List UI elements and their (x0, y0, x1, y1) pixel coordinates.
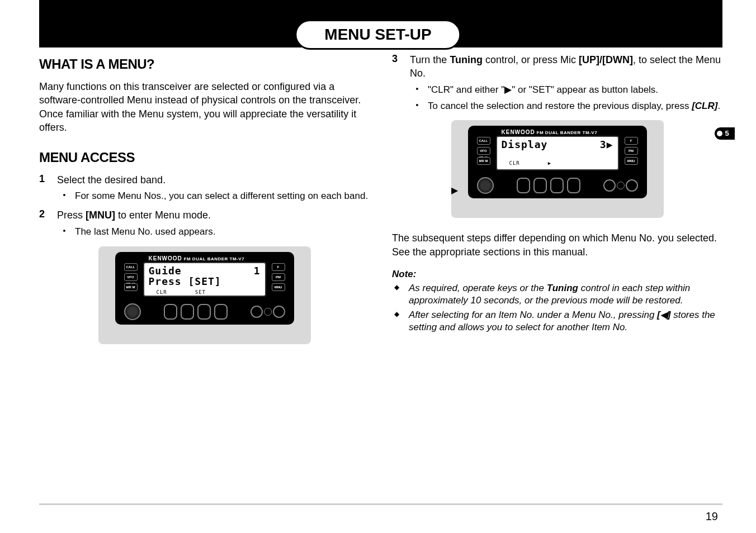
btn-mnu: MNU (272, 283, 285, 291)
btn-pm: PM (272, 273, 285, 281)
btn-f: F (625, 137, 638, 145)
lcd-bottom-labels: CLR ▶ (502, 160, 613, 166)
mid-btn (164, 304, 177, 320)
diamond-icon: ◆ (394, 282, 402, 307)
step-1: 1 Select the desired band. • For some Me… (39, 173, 370, 203)
mid-btn (197, 304, 211, 320)
bullet-icon: • (414, 84, 420, 97)
model-text: FM DUAL BANDER TM-V7 (184, 256, 245, 261)
lcd-right: 1 (254, 265, 261, 277)
key-up-dwn: [UP]/[DWN] (579, 54, 633, 65)
step-body: Turn the Tuning control, or press Mic [U… (410, 53, 722, 112)
note-pre: After selecting for an Item No. under a … (409, 310, 657, 320)
bullet-icon: • (62, 226, 67, 239)
lcd-line-1: Display 3▶ (502, 139, 613, 150)
knob-pair (603, 179, 638, 192)
radio-brand-label: KENWOOD FM DUAL BANDER TM-V7 (149, 255, 245, 261)
radio-brand-label: KENWOOD FM DUAL BANDER TM-V7 (502, 129, 598, 135)
lcd-set: ▶ (548, 160, 551, 166)
radio-figure-2: ▶ KENWOOD FM DUAL BANDER TM-V7 CALL VFO … (451, 120, 664, 218)
btn-mr: MR M (124, 283, 138, 291)
btn-call: CALL (477, 137, 490, 145)
mid-btn (550, 178, 564, 193)
step-text-mid: control, or press Mic (483, 54, 579, 65)
mid-btn (214, 304, 228, 320)
knob-row (477, 176, 638, 195)
page-number: 19 (706, 510, 718, 523)
note-bold: [◀] (657, 310, 670, 320)
btn-mr: MR M (477, 157, 490, 165)
lcd-screen: Display 3▶ CLR ▶ (496, 136, 619, 170)
note-1: ◆ As required, operate keys or the Tunin… (394, 282, 722, 307)
bullet-pre: To cancel the selection and restore the … (428, 101, 692, 111)
left-column: WHAT IS A MENU? Many functions on this t… (39, 53, 370, 358)
mid-buttons (517, 178, 580, 193)
note-2: ◆ After selecting for an Item No. under … (394, 309, 722, 334)
mid-btn (533, 178, 547, 193)
btn-call: CALL (124, 263, 138, 271)
radio-device: KENWOOD FM DUAL BANDER TM-V7 CALL VFO M▶… (115, 252, 294, 325)
tuning-word: Tuning (450, 54, 483, 65)
subsequent-paragraph: The subsequent steps differ depending on… (392, 231, 722, 259)
note-pre: As required, operate keys or the (409, 283, 547, 293)
bullet-icon: • (62, 190, 67, 203)
note-heading: Note: (392, 269, 722, 280)
note-text: After selecting for an Item No. under a … (409, 309, 722, 334)
knob-row (124, 302, 285, 321)
heading-menu-access: MENU ACCESS (39, 150, 370, 165)
model-text: FM DUAL BANDER TM-V7 (537, 130, 598, 135)
knob-vol (251, 306, 263, 318)
key-clr: [CLR] (692, 101, 717, 111)
step-number: 2 (39, 208, 48, 238)
diamond-icon: ◆ (394, 309, 402, 334)
step-body: Press [MNU] to enter Menu mode. • The la… (57, 208, 370, 238)
lcd-right: 3▶ (600, 139, 613, 150)
step-text-post: to enter Menu mode. (115, 210, 211, 221)
bullet-text: For some Menu Nos., you can select a dif… (75, 190, 370, 203)
lcd-clr: CLR (509, 160, 520, 166)
step-text-pre: Turn the (410, 54, 450, 65)
key-mnu: [MNU] (86, 210, 115, 221)
bullet-text: To cancel the selection and restore the … (428, 100, 722, 113)
page-title: MENU SET-UP (324, 26, 431, 43)
btn-mnu: MNU (625, 157, 638, 165)
lcd-left: Display (502, 139, 548, 150)
step-3: 3 Turn the Tuning control, or press Mic … (392, 53, 722, 112)
lcd-spacer (502, 150, 613, 158)
lcd-set: SET (195, 289, 206, 295)
content-area: WHAT IS A MENU? Many functions on this t… (39, 53, 722, 358)
lcd-left: Guide (149, 265, 182, 277)
heading-what-is-menu: WHAT IS A MENU? (39, 56, 370, 72)
page-title-pill: MENU SET-UP (295, 20, 461, 50)
intro-paragraph: Many functions on this transceiver are s… (39, 80, 370, 134)
knob-sql (626, 179, 638, 192)
lcd-line2-text: Press [SET] (149, 276, 221, 287)
step-body: Select the desired band. • For some Menu… (57, 173, 370, 203)
step-3-bullet-2: • To cancel the selection and restore th… (414, 100, 722, 113)
knob-sql-small (264, 308, 272, 316)
step-2: 2 Press [MNU] to enter Menu mode. • The … (39, 208, 370, 238)
right-column: 3 Turn the Tuning control, or press Mic … (392, 53, 722, 358)
brand-text: KENWOOD (149, 255, 182, 261)
lcd-screen: Guide 1 Press [SET] CLR SET (143, 262, 266, 297)
lcd-clr: CLR (157, 289, 167, 295)
knob-left (124, 303, 141, 320)
knob-sql (273, 306, 285, 318)
lcd-line-1: Guide 1 (149, 265, 261, 277)
btn-vfo: VFO M▶V (477, 147, 490, 155)
knob-left (477, 177, 494, 194)
footer-rule (39, 503, 722, 505)
mid-btn (567, 178, 580, 193)
bullet-text: The last Menu No. used appears. (75, 226, 370, 239)
step-text-pre: Press (57, 210, 86, 221)
knob-pair (251, 306, 285, 318)
note-bold: Tuning (547, 283, 578, 293)
chapter-number: 5 (725, 129, 729, 137)
bullet-text: "CLR" and either "▶" or "SET" appear as … (428, 84, 722, 97)
mid-buttons (164, 304, 228, 320)
bullet-post: . (717, 101, 720, 111)
note-text: As required, operate keys or the Tuning … (409, 282, 722, 307)
step-3-bullet-1: • "CLR" and either "▶" or "SET" appear a… (414, 84, 722, 97)
knob-sql-small (617, 182, 625, 189)
step-number: 1 (39, 173, 48, 203)
